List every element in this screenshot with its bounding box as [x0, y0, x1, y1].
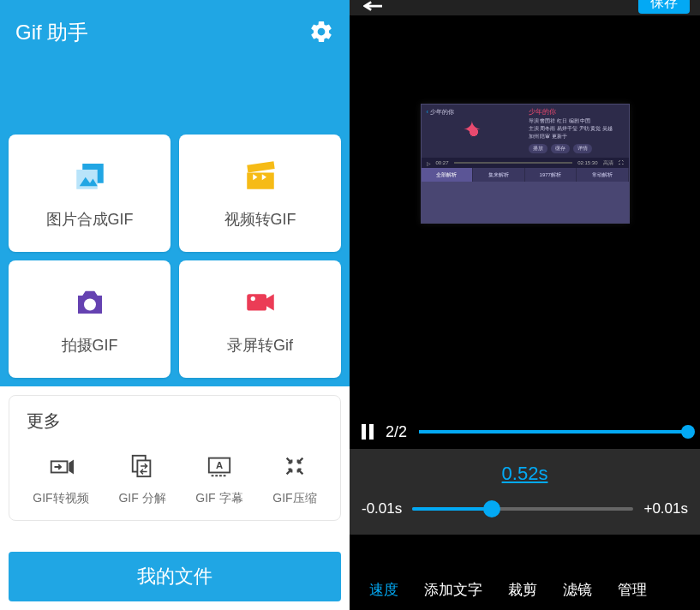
- editor-tabs: 速度 添加文字 裁剪 滤镜 管理: [350, 569, 700, 610]
- thumb-tab: 常动解析: [577, 168, 629, 182]
- thumb-meta: 加州 陪审 更新于: [529, 133, 624, 141]
- speed-value-link[interactable]: 0.52s: [502, 463, 548, 485]
- thumb-tab: 全部解析: [422, 168, 474, 182]
- swap-pages-icon: [129, 453, 155, 479]
- speed-increment-label[interactable]: +0.01s: [643, 500, 688, 517]
- more-title: 更多: [18, 410, 332, 433]
- thumb-btn: 详情: [573, 144, 592, 153]
- tab-add-text[interactable]: 添加文字: [411, 580, 495, 600]
- screen-record-gif-card[interactable]: 录屏转Gif: [179, 260, 341, 378]
- card-label: 拍摄GIF: [62, 335, 118, 356]
- more-items-row: GIF转视频 GIF 分解 A GIF 字幕 GIF压缩: [18, 453, 332, 506]
- main-cards: 图片合成GIF 视频转GIF 拍摄GIF 录屏转Gif: [0, 135, 350, 386]
- svg-text:A: A: [216, 460, 223, 470]
- speed-fill: [412, 507, 492, 511]
- thumb-btn: 播放: [529, 144, 547, 153]
- thumb-time-right: 02:15:30: [577, 160, 597, 165]
- thumb-seek: [454, 162, 573, 164]
- video-thumbnail: ‹ 少年的你 少年的你 导演 曾国祥 红日 编剧 中国 主演 周冬雨 易烊千玺 …: [421, 104, 630, 224]
- editor-header: 保存: [350, 0, 700, 15]
- speed-thumb[interactable]: [483, 500, 500, 517]
- shoot-gif-card[interactable]: 拍摄GIF: [9, 260, 171, 378]
- speed-slider[interactable]: [412, 507, 633, 511]
- more-item-label: GIF压缩: [272, 491, 316, 506]
- pause-icon[interactable]: [362, 424, 374, 440]
- camera-icon: [72, 284, 108, 320]
- video-to-gif-card[interactable]: 视频转GIF: [179, 135, 341, 252]
- subtitle-icon: A: [206, 453, 232, 479]
- my-files-button[interactable]: 我的文件: [9, 552, 341, 601]
- svg-rect-8: [247, 294, 266, 310]
- svg-point-7: [84, 298, 96, 310]
- gear-icon[interactable]: [308, 19, 334, 48]
- compress-icon: [282, 453, 308, 479]
- image-compose-gif-card[interactable]: 图片合成GIF: [9, 135, 171, 252]
- seek-slider[interactable]: [419, 430, 688, 434]
- more-item-label: GIF 分解: [118, 491, 165, 506]
- thumb-footer: [422, 182, 629, 223]
- gif-subtitle-item[interactable]: A GIF 字幕: [195, 453, 242, 506]
- thumb-meta: 导演 曾国祥 红日 编剧 中国: [529, 117, 624, 125]
- svg-marker-9: [266, 294, 274, 310]
- thumb-right-title: 少年的你: [529, 108, 624, 116]
- thumb-time-left: 00:27: [436, 160, 449, 165]
- thumb-quality: 高清: [603, 159, 613, 167]
- speed-panel: 0.52s -0.01s +0.01s: [350, 449, 700, 535]
- gif-to-video-item[interactable]: GIF转视频: [33, 453, 88, 506]
- frame-position: 2/2: [386, 423, 407, 441]
- more-item-label: GIF转视频: [33, 491, 88, 506]
- header: Gif 助手: [0, 0, 350, 135]
- svg-rect-3: [247, 172, 274, 188]
- more-section: 更多 GIF转视频 GIF 分解 A GIF 字幕: [9, 395, 341, 521]
- card-label: 图片合成GIF: [46, 209, 134, 230]
- play-bar: 2/2: [350, 415, 700, 449]
- card-label: 视频转GIF: [224, 209, 296, 230]
- preview-area: ‹ 少年的你 少年的你 导演 曾国祥 红日 编剧 中国 主演 周冬雨 易烊千玺 …: [350, 15, 700, 415]
- svg-marker-12: [69, 460, 74, 475]
- gif-decompose-item[interactable]: GIF 分解: [118, 453, 165, 506]
- gif-compress-item[interactable]: GIF压缩: [272, 453, 316, 506]
- tab-filter[interactable]: 滤镜: [550, 580, 605, 600]
- gif-helper-app: Gif 助手 图片合成GIF 视频转GIF 拍摄GIF: [0, 0, 350, 610]
- thumb-btn: 缓存: [551, 144, 570, 153]
- film-arrows-icon: [48, 453, 74, 479]
- star-logo-icon: [462, 120, 486, 144]
- spacer: [350, 535, 700, 569]
- clapper-icon: [242, 158, 278, 194]
- app-title: Gif 助手: [15, 19, 88, 46]
- tab-manage[interactable]: 管理: [605, 580, 660, 600]
- card-label: 录屏转Gif: [227, 335, 293, 356]
- thumb-tab: 集来解析: [473, 168, 525, 182]
- fullscreen-icon: ⛶: [619, 160, 624, 165]
- svg-rect-14: [137, 460, 150, 476]
- more-item-label: GIF 字幕: [195, 491, 242, 506]
- speed-decrement-label[interactable]: -0.01s: [362, 500, 402, 517]
- gif-editor-app: 保存 ‹ 少年的你 少年的你 导演 曾国祥 红日 编剧 中国 主演 周冬雨 易烊…: [350, 0, 700, 610]
- thumb-top-title: ‹ 少年的你: [427, 108, 522, 117]
- thumb-meta: 主演 周冬雨 易烊千玺 尹昉 黄觉 吴越: [529, 125, 624, 133]
- images-icon: [72, 158, 108, 194]
- tab-crop[interactable]: 裁剪: [495, 580, 550, 600]
- svg-rect-4: [247, 161, 274, 172]
- play-small-icon: ▷: [427, 160, 431, 166]
- back-arrow-icon[interactable]: [363, 0, 382, 15]
- svg-point-10: [250, 296, 254, 300]
- tab-speed[interactable]: 速度: [356, 580, 411, 600]
- save-button[interactable]: 保存: [638, 0, 690, 14]
- thumb-tab: 1977解析: [525, 168, 577, 182]
- video-camera-icon: [242, 284, 278, 320]
